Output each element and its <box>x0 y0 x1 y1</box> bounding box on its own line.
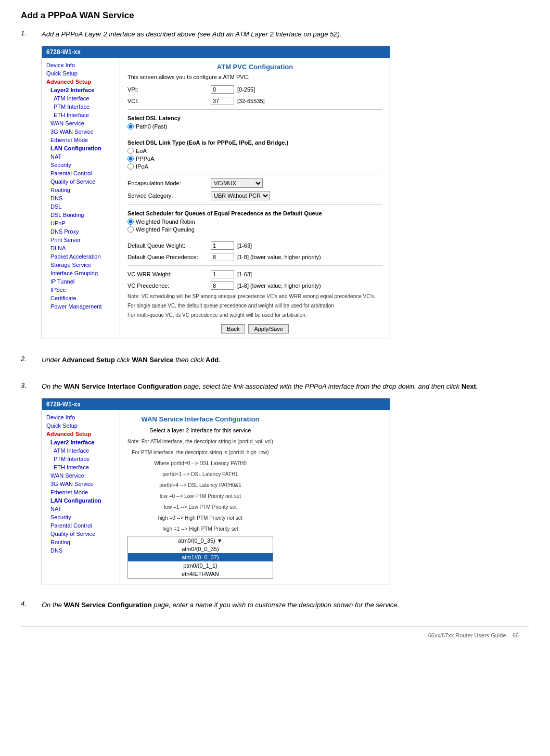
ipoa-radio[interactable] <box>127 163 134 170</box>
f2-sidebar-quick-setup[interactable]: Quick Setup <box>42 421 114 430</box>
sidebar-quick-setup[interactable]: Quick Setup <box>42 69 114 78</box>
vc-prec-label: VC Precedence: <box>127 283 211 289</box>
sidebar-parental-control[interactable]: Parental Control <box>42 169 114 177</box>
sidebar-power-mgmt[interactable]: Power Management <box>42 302 114 311</box>
sidebar-certificate[interactable]: Certificate <box>42 294 114 302</box>
encap-label: Encapsulation Mode: <box>127 180 211 186</box>
router-frame-1: 6728-W1-xx Device Info Quick Setup Advan… <box>42 46 390 339</box>
pppoa-radio[interactable] <box>127 156 134 162</box>
eoa-row: EoA <box>127 148 382 154</box>
sidebar-advanced-setup[interactable]: Advanced Setup <box>42 78 114 86</box>
sidebar-dsl[interactable]: DSL <box>42 202 114 211</box>
f2-sidebar-routing[interactable]: Routing <box>42 538 114 546</box>
sidebar-interface-grouping[interactable]: Interface Grouping <box>42 269 114 277</box>
vc-wrr-range: [1-63] <box>237 271 252 277</box>
sidebar-eth-interface[interactable]: ETH Interface <box>42 111 114 119</box>
service-cat-select[interactable]: UBR Without PCR <box>211 191 270 200</box>
f2-sidebar-3g-wan-service[interactable]: 3G WAN Service <box>42 480 114 488</box>
sidebar-device-info[interactable]: Device Info <box>42 61 114 69</box>
sidebar-dns[interactable]: DNS <box>42 194 114 202</box>
frame1-body: Device Info Quick Setup Advanced Setup L… <box>42 58 390 339</box>
frame2-note1: Note: For ATM interface, the descriptor … <box>127 438 273 445</box>
sidebar-qos[interactable]: Quality of Service <box>42 177 114 186</box>
vci-input[interactable] <box>211 97 234 105</box>
f2-sidebar-advanced-setup[interactable]: Advanced Setup <box>42 430 114 438</box>
dropdown-item-0[interactable]: atm0/(0_0_35) ▼ <box>128 536 273 545</box>
vc-prec-input[interactable] <box>211 281 234 290</box>
step-3: 3. On the WAN Service Interface Configur… <box>21 381 529 590</box>
f2-sidebar-ptm-interface[interactable]: PTM Interface <box>42 455 114 463</box>
frame2-note3: Where portId=0 --> DSL Latency PATH0 <box>127 459 273 467</box>
sidebar-lan-config[interactable]: LAN Configuration <box>42 144 114 152</box>
vc-wrr-input[interactable] <box>211 270 234 278</box>
vc-wrr-label: VC WRR Weight: <box>127 271 211 277</box>
page-title: Add a PPPoA WAN Service <box>21 10 529 21</box>
frame2-note4: portId=1 --> DSL Latency PATH1 <box>127 470 273 478</box>
f2-sidebar-parental-control[interactable]: Parental Control <box>42 521 114 530</box>
sidebar-storage[interactable]: Storage Service <box>42 261 114 269</box>
frame2-main: WAN Service Interface Configuration Sele… <box>120 410 280 584</box>
sidebar-atm-interface[interactable]: ATM Interface <box>42 94 114 102</box>
sidebar-ipsec[interactable]: IPSec <box>42 286 114 294</box>
sidebar-upnp[interactable]: UPnP <box>42 219 114 227</box>
sidebar-ptm-interface[interactable]: PTM Interface <box>42 102 114 111</box>
dropdown-item-2[interactable]: atm1/(0_0_37) <box>128 553 273 561</box>
sidebar-nat[interactable]: NAT <box>42 152 114 161</box>
vpi-input[interactable] <box>211 85 234 94</box>
step-2: 2. Under Advanced Setup click WAN Servic… <box>21 355 529 371</box>
sidebar-packet-accel[interactable]: Packet Acceleration <box>42 252 114 261</box>
sidebar-wan-service[interactable]: WAN Service <box>42 119 114 127</box>
vpi-row: VPI: [0-255] <box>127 85 382 94</box>
f2-sidebar-eth-interface[interactable]: ETH Interface <box>42 463 114 471</box>
f2-sidebar-security[interactable]: Security <box>42 513 114 521</box>
eoa-radio[interactable] <box>127 148 134 154</box>
encap-row: Encapsulation Mode: VC/MUX <box>127 178 382 188</box>
sidebar-print-server[interactable]: Print Server <box>42 236 114 244</box>
sidebar-ethernet-mode[interactable]: Ethernet Mode <box>42 136 114 144</box>
f2-sidebar-nat[interactable]: NAT <box>42 505 114 513</box>
sidebar-layer2-interface[interactable]: Layer2 Interface <box>42 86 114 94</box>
step-2-text: Under Advanced Setup click WAN Service t… <box>42 355 529 365</box>
frame1-sidebar-content: Device Info Quick Setup Advanced Setup L… <box>42 61 114 311</box>
interface-dropdown[interactable]: atm0/(0_0_35) ▼ atm0/(0_0_35) atm1/(0_0_… <box>127 536 273 579</box>
wrr-radio[interactable] <box>127 219 134 225</box>
vpi-label: VPI: <box>127 86 211 93</box>
dropdown-item-1[interactable]: atm0/(0_0_35) <box>128 545 273 553</box>
dq-weight-row: Default Queue Weight: [1-63] <box>127 241 382 250</box>
service-cat-row: Service Category: UBR Without PCR <box>127 191 382 200</box>
apply-save-button[interactable]: Apply/Save <box>248 324 289 334</box>
f2-sidebar-layer2-interface[interactable]: Layer2 Interface <box>42 438 114 446</box>
f2-sidebar-wan-service[interactable]: WAN Service <box>42 471 114 480</box>
sidebar-dns-proxy[interactable]: DNS Proxy <box>42 227 114 236</box>
frame2-main-subtitle: Select a layer 2 interface for this serv… <box>127 427 273 433</box>
dropdown-item-3[interactable]: ptm0/(0_1_1) <box>128 561 273 570</box>
frame2-sidebar: Device Info Quick Setup Advanced Setup L… <box>42 410 120 584</box>
step-4-text: On the WAN Service Configuration page, e… <box>42 600 529 610</box>
f2-sidebar-atm-interface[interactable]: ATM Interface <box>42 446 114 455</box>
sidebar-dlna[interactable]: DLNA <box>42 244 114 252</box>
f2-sidebar-ethernet-mode[interactable]: Ethernet Mode <box>42 488 114 496</box>
vpi-range: [0-255] <box>237 86 255 93</box>
sidebar-routing[interactable]: Routing <box>42 186 114 194</box>
path0-radio[interactable] <box>127 123 134 130</box>
wfq-radio[interactable] <box>127 226 134 233</box>
dq-prec-input[interactable] <box>211 253 234 261</box>
encap-select[interactable]: VC/MUX <box>211 178 263 188</box>
frame2-note8: high =0 --> High PTM Priority not set <box>127 514 273 522</box>
dq-weight-range: [1-63] <box>237 242 252 249</box>
frame2-header: 6728-W1-xx <box>42 399 390 410</box>
f2-sidebar-dns[interactable]: DNS <box>42 546 114 555</box>
sidebar-3g-wan-service[interactable]: 3G WAN Service <box>42 127 114 136</box>
sidebar-ip-tunnel[interactable]: IP Tunnel <box>42 277 114 286</box>
f2-sidebar-qos[interactable]: Quality of Service <box>42 530 114 538</box>
sidebar-dsl-bonding[interactable]: DSL Bonding <box>42 211 114 219</box>
dq-prec-label: Default Queue Precedence: <box>127 254 211 260</box>
note3: For multi-queue VC, its VC precedence an… <box>127 312 382 319</box>
dropdown-item-4[interactable]: eth4/ETHWAN <box>128 570 273 578</box>
f2-sidebar-device-info[interactable]: Device Info <box>42 413 114 421</box>
back-button[interactable]: Back <box>221 324 245 334</box>
dq-prec-range: [1-8] (lower value, higher priority) <box>237 254 321 260</box>
dq-weight-input[interactable] <box>211 241 234 250</box>
sidebar-security[interactable]: Security <box>42 161 114 169</box>
f2-sidebar-lan-config[interactable]: LAN Configuration <box>42 496 114 505</box>
